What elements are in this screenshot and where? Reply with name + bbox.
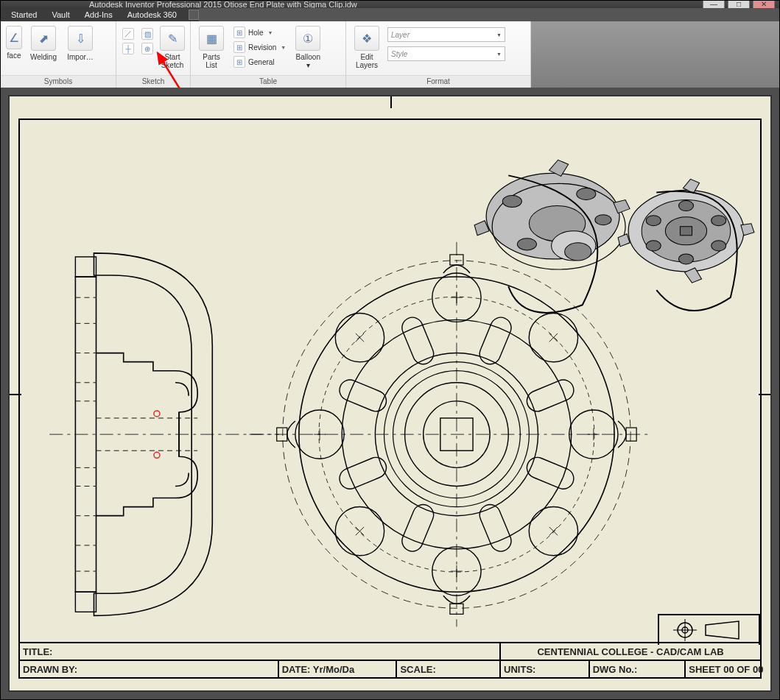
- drawing-border: TITLE: CENTENNIAL COLLEGE - CAD/CAM LAB …: [18, 119, 762, 679]
- label: face: [7, 52, 21, 60]
- sketch-point-button[interactable]: ┼: [121, 42, 136, 55]
- window-minimize-button[interactable]: —: [703, 1, 725, 8]
- surface-texture-button[interactable]: ∠ face: [5, 24, 23, 60]
- dropdown-icon: ▼: [496, 32, 502, 38]
- dropdown-icon: ▾: [306, 61, 310, 69]
- label: Welding: [30, 53, 57, 61]
- welding-button[interactable]: ⬈ Welding: [27, 24, 60, 61]
- window-close-button[interactable]: ✕: [753, 1, 775, 8]
- svg-rect-55: [75, 257, 96, 277]
- drawing-sheet: TITLE: CENTENNIAL COLLEGE - CAD/CAM LAB …: [8, 95, 772, 692]
- svg-point-76: [565, 243, 591, 261]
- style-combo[interactable]: Style▼: [387, 46, 505, 61]
- edit-layers-button[interactable]: ❖ Edit Layers: [351, 24, 383, 69]
- window-title: Autodesk Inventor Professional 2015 Otio…: [89, 1, 357, 8]
- svg-point-89: [678, 254, 693, 264]
- svg-point-71: [154, 452, 160, 458]
- svg-point-77: [502, 196, 521, 208]
- svg-point-87: [712, 241, 726, 251]
- label: Start Sketch: [161, 53, 184, 69]
- svg-point-78: [577, 188, 596, 199]
- panel-label-format: Format: [346, 75, 530, 88]
- start-sketch-button[interactable]: ✎ Start Sketch: [159, 24, 186, 69]
- svg-point-70: [154, 411, 160, 417]
- menu-vault[interactable]: Vault: [44, 8, 77, 21]
- parts-list-button[interactable]: ▦ Parts List: [195, 24, 228, 69]
- menubar: Started Vault Add-Ins Autodesk 360: [1, 8, 199, 21]
- panel-label-symbols: Symbols: [1, 75, 116, 88]
- ribbon-empty-area: [531, 21, 779, 88]
- drawing-views: [20, 120, 760, 682]
- svg-rect-56: [75, 592, 96, 612]
- window-maximize-button[interactable]: □: [728, 1, 750, 8]
- general-table-button[interactable]: ⊞General: [232, 55, 287, 68]
- quickaccess-toggle[interactable]: [189, 10, 199, 20]
- hole-table-button[interactable]: ⊞Hole▼: [232, 26, 287, 39]
- svg-point-86: [646, 241, 661, 251]
- balloon-button[interactable]: ① Balloon▾: [292, 24, 324, 69]
- svg-point-85: [712, 216, 726, 226]
- layer-combo[interactable]: Layer▼: [387, 27, 505, 42]
- window-titlebar: Autodesk Inventor Professional 2015 Otio…: [1, 1, 779, 8]
- dropdown-icon: ▼: [268, 30, 273, 35]
- label: Impor…: [67, 53, 94, 61]
- svg-point-84: [646, 216, 661, 226]
- drawing-canvas[interactable]: TITLE: CENTENNIAL COLLEGE - CAD/CAM LAB …: [1, 88, 779, 699]
- ribbon: ∠ face ⬈ Welding ⇩ Impor… Symbols ／ ┼ ▨ …: [1, 21, 531, 88]
- panel-label-sketch: Sketch: [116, 75, 190, 88]
- dropdown-icon: ▼: [496, 52, 502, 57]
- revision-table-button[interactable]: ⊞Revision▼: [232, 40, 287, 54]
- svg-rect-20: [450, 255, 463, 265]
- menu-autodesk360[interactable]: Autodesk 360: [120, 8, 184, 21]
- menu-started[interactable]: Started: [4, 8, 44, 21]
- dropdown-icon: ▼: [281, 45, 286, 50]
- label: Edit Layers: [356, 53, 378, 69]
- label: Parts List: [203, 53, 219, 69]
- svg-point-80: [595, 215, 611, 225]
- sketch-hatch-button[interactable]: ▨: [140, 27, 155, 40]
- sketch-precise-button[interactable]: ⊕: [140, 42, 155, 55]
- import-button[interactable]: ⇩ Impor…: [64, 24, 96, 61]
- menu-addins[interactable]: Add-Ins: [77, 8, 120, 21]
- sketch-line-button[interactable]: ／: [121, 27, 136, 40]
- svg-point-79: [517, 238, 536, 250]
- svg-point-88: [678, 201, 693, 211]
- panel-label-table: Table: [191, 75, 345, 88]
